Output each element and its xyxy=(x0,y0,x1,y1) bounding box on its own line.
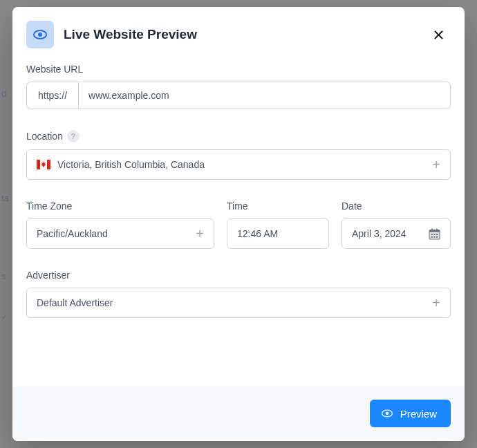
preview-button-label: Preview xyxy=(400,408,437,420)
time-value: 12:46 AM xyxy=(237,228,278,239)
url-label: Website URL xyxy=(26,64,451,75)
svg-rect-12 xyxy=(433,233,435,234)
location-select[interactable]: Victoria, British Columbia, Canada + xyxy=(26,149,451,180)
calendar-icon xyxy=(428,227,440,240)
svg-rect-4 xyxy=(37,160,40,169)
close-icon xyxy=(433,30,444,40)
svg-rect-6 xyxy=(47,160,50,169)
svg-rect-13 xyxy=(436,233,438,234)
timezone-value: Pacific/Auckland xyxy=(37,228,108,239)
timezone-select[interactable]: Pacific/Auckland + xyxy=(26,218,214,249)
time-input[interactable]: 12:46 AM xyxy=(227,218,329,249)
time-label: Time xyxy=(227,200,329,212)
svg-point-1 xyxy=(38,32,42,37)
svg-rect-9 xyxy=(431,228,433,230)
modal-body: Website URL https:// Location ? xyxy=(12,58,465,386)
eye-icon xyxy=(381,407,393,420)
canada-flag-icon xyxy=(37,160,50,169)
modal-footer: Preview xyxy=(12,386,465,441)
modal-title: Live Website Preview xyxy=(64,27,429,42)
plus-icon: + xyxy=(432,296,440,310)
svg-rect-15 xyxy=(433,236,435,237)
url-input[interactable] xyxy=(78,82,451,109)
location-label: Location ? xyxy=(26,130,451,142)
preview-header-icon xyxy=(26,21,54,48)
advertiser-select[interactable]: Default Advertiser + xyxy=(26,288,451,318)
date-label: Date xyxy=(342,200,451,212)
url-input-group: https:// xyxy=(26,82,451,109)
advertiser-label: Advertiser xyxy=(26,270,451,281)
date-value: April 3, 2024 xyxy=(352,228,406,239)
location-value: Victoria, British Columbia, Canada xyxy=(57,159,205,170)
help-icon[interactable]: ? xyxy=(67,130,80,142)
preview-button[interactable]: Preview xyxy=(370,400,451,427)
svg-rect-11 xyxy=(431,233,432,234)
svg-rect-10 xyxy=(436,228,438,230)
date-input[interactable]: April 3, 2024 xyxy=(342,218,451,249)
eye-icon xyxy=(32,27,48,42)
svg-point-18 xyxy=(385,412,389,416)
plus-icon: + xyxy=(196,227,204,241)
modal-header: Live Website Preview xyxy=(12,7,465,58)
url-prefix: https:// xyxy=(26,82,78,109)
svg-rect-14 xyxy=(431,236,432,237)
advertiser-value: Default Advertiser xyxy=(37,297,113,308)
svg-rect-16 xyxy=(436,236,438,237)
close-button[interactable] xyxy=(429,25,448,44)
live-preview-modal: Live Website Preview Website URL https:/… xyxy=(12,7,465,441)
svg-rect-8 xyxy=(429,230,440,232)
location-label-text: Location xyxy=(26,131,63,142)
timezone-label: Time Zone xyxy=(26,200,214,212)
plus-icon: + xyxy=(432,158,440,171)
